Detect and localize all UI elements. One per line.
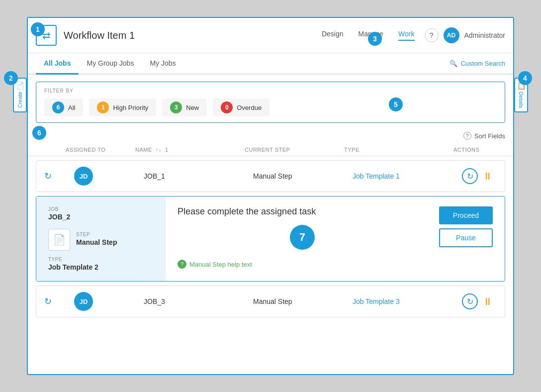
refresh-icon-1[interactable]: ↻ xyxy=(44,171,74,182)
chip-overdue-label: Overdue xyxy=(237,104,262,111)
filter-section: FILTER BY 6 All 1 High Priority 3 New 0 … xyxy=(36,82,505,123)
nav-work[interactable]: Work xyxy=(398,30,414,41)
job2-step-value: Manual Step xyxy=(76,238,117,246)
filter-label: FILTER BY xyxy=(44,88,497,94)
sort-fields-label: Sort Fields xyxy=(474,132,505,140)
filter-chip-overdue[interactable]: 0 Overdue xyxy=(213,98,270,116)
step-badge-6: 6 xyxy=(32,126,46,140)
job2-type-label: TYPE xyxy=(48,257,154,262)
job3-pause-btn[interactable]: ⏸ xyxy=(483,296,493,307)
col-assigned-to: ASSIGNED TO xyxy=(66,147,135,153)
job1-type: Job Template 1 xyxy=(353,172,462,180)
tab-my-jobs[interactable]: My Jobs xyxy=(142,53,183,75)
help-circle-icon: ? xyxy=(178,260,186,269)
chip-all-badge: 6 xyxy=(52,101,64,113)
header-right: ? AD Administrator xyxy=(425,27,505,43)
filter-chip-all[interactable]: 6 All xyxy=(44,98,83,116)
job1-actions: ↻ ⏸ xyxy=(462,168,497,184)
page-title: Workflow Item 1 xyxy=(64,30,322,41)
job3-actions: ↻ ⏸ xyxy=(462,294,497,309)
job1-step: Manual Step xyxy=(253,172,353,180)
tab-my-group-jobs[interactable]: My Group Jobs xyxy=(79,53,142,75)
col-current-step: CURRENT STEP xyxy=(245,147,344,153)
job2-right-panel: Please complete the assigned task 7 ? Ma… xyxy=(166,196,505,281)
sort-help-icon: ? xyxy=(463,132,471,140)
job-row-1: ↻ JD JOB_1 Manual Step Job Template 1 ↻ … xyxy=(36,160,505,192)
tabs-bar: All Jobs My Group Jobs My Jobs 🔍 Custom … xyxy=(28,53,513,75)
tab-all-jobs[interactable]: All Jobs xyxy=(36,53,79,75)
help-text: Manual Step help text xyxy=(189,261,252,268)
job3-avatar: JD xyxy=(74,292,93,311)
task-title: Please complete the assigned task xyxy=(178,206,427,217)
job3-type: Job Template 3 xyxy=(353,297,462,305)
proceed-button[interactable]: Proceed xyxy=(439,206,493,224)
proceed-area: Proceed Pause xyxy=(439,206,493,247)
pause-button[interactable]: Pause xyxy=(439,228,493,247)
job3-name: JOB_3 xyxy=(144,297,253,305)
col-refresh xyxy=(36,147,66,153)
step-badge-1: 1 xyxy=(31,22,45,36)
filter-chip-new[interactable]: 3 New xyxy=(162,98,207,116)
main-card: 📄 Create 📋 Details ⇄ Workflow Item 1 Des… xyxy=(27,17,514,375)
chip-high-badge: 1 xyxy=(97,101,109,113)
create-label: Create xyxy=(17,92,23,108)
filter-chip-high-priority[interactable]: 1 High Priority xyxy=(89,98,156,116)
step-badge-4: 4 xyxy=(518,71,532,85)
avatar: AD xyxy=(444,27,459,43)
table-header: ASSIGNED TO NAME ↑↓ 1 CURRENT STEP TYPE … xyxy=(28,144,513,156)
step-badge-2: 2 xyxy=(4,71,18,85)
help-icon[interactable]: ? xyxy=(425,28,439,42)
job1-name: JOB_1 xyxy=(144,172,253,180)
admin-label: Administrator xyxy=(464,31,505,39)
create-icon: 📄 xyxy=(16,82,24,90)
job2-step-label: STEP xyxy=(76,232,117,237)
sort-fields[interactable]: ? Sort Fields xyxy=(28,130,513,144)
job2-job-name: JOB_2 xyxy=(48,213,154,221)
col-name[interactable]: NAME ↑↓ 1 xyxy=(135,147,245,153)
job3-run-btn[interactable]: ↻ xyxy=(462,294,478,309)
job1-avatar: JD xyxy=(74,167,93,186)
chip-new-label: New xyxy=(186,104,199,111)
job-row-2-expanded: JOB JOB_2 📄 STEP Manual Step TYPE Job Te… xyxy=(36,196,505,282)
job2-content: Please complete the assigned task 7 ? Ma… xyxy=(178,206,427,269)
custom-search-label: Custom Search xyxy=(460,60,505,67)
step-badge-7: 7 xyxy=(290,225,315,250)
header: ⇄ Workflow Item 1 Design Manage Work ? A… xyxy=(28,18,513,53)
chip-overdue-badge: 0 xyxy=(221,101,233,113)
help-text-row: ? Manual Step help text xyxy=(178,260,427,269)
chip-high-label: High Priority xyxy=(113,104,148,111)
job3-step: Manual Step xyxy=(253,297,353,305)
job1-pause-btn[interactable]: ⏸ xyxy=(483,171,493,182)
chip-new-badge: 3 xyxy=(170,101,182,113)
job2-right-content: Please complete the assigned task 7 ? Ma… xyxy=(178,206,493,269)
details-label: Details xyxy=(518,92,524,108)
job2-job-label: JOB xyxy=(48,206,154,212)
step-badge-3: 3 xyxy=(368,32,382,46)
step-badge-5: 5 xyxy=(389,98,403,111)
job2-type-value: Job Template 2 xyxy=(48,263,154,271)
chip-all-label: All xyxy=(68,104,75,111)
job-row-3: ↻ JD JOB_3 Manual Step Job Template 3 ↻ … xyxy=(36,286,505,317)
refresh-icon-3[interactable]: ↻ xyxy=(44,296,74,307)
doc-icon: 📄 xyxy=(48,229,70,251)
nav-design[interactable]: Design xyxy=(322,30,344,41)
col-type: TYPE xyxy=(344,147,453,153)
job2-left-panel: JOB JOB_2 📄 STEP Manual Step TYPE Job Te… xyxy=(36,196,166,281)
custom-search[interactable]: 🔍 Custom Search xyxy=(450,60,505,67)
filter-items: 6 All 1 High Priority 3 New 0 Overdue xyxy=(44,98,497,116)
job1-run-btn[interactable]: ↻ xyxy=(462,168,478,184)
job2-inner: JOB JOB_2 📄 STEP Manual Step TYPE Job Te… xyxy=(36,196,505,281)
search-icon: 🔍 xyxy=(450,60,457,67)
col-actions: ACTIONS xyxy=(453,147,505,153)
